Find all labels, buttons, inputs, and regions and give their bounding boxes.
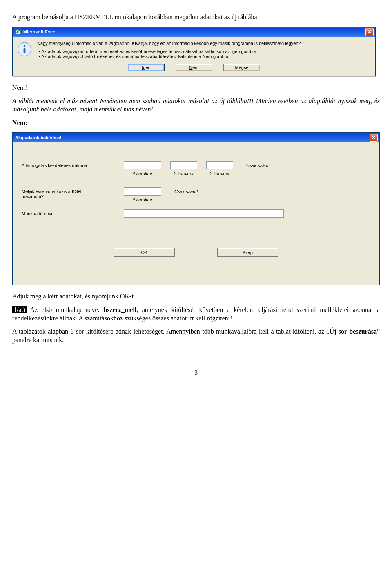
dialog2-titlebar: Alapadatok bekérése! [13, 133, 379, 142]
ksh-year-label: Melyik évre vonatkozik a KSH maximum? [22, 187, 124, 199]
yes-button[interactable]: Igen [128, 64, 165, 71]
dialog-bullet-yes: Az adatok vágólapon történő mentéséhez é… [39, 49, 371, 54]
dialog-question: Nagy mennyiségű információ van a vágólap… [37, 41, 371, 46]
paragraph-intro: A program bemásolja a HSZERMELL munkalap… [12, 13, 380, 22]
employer-name-label: Munkaadó neve [22, 209, 124, 216]
start-month-input[interactable] [170, 161, 197, 169]
paragraph-warning: A táblát mentsük el más néven! Ismételte… [12, 97, 380, 114]
page-number: 3 [12, 369, 380, 376]
dialog2-title: Alapadatok bekérése! [15, 135, 62, 140]
paragraph-ok-instruction: Adjuk meg a kért adatokat, és nyomjunk O… [12, 292, 380, 301]
start-day-input[interactable] [206, 161, 233, 169]
dialog-message: Nagy mennyiségű információ van a vágólap… [37, 41, 371, 59]
employer-name-input[interactable] [124, 209, 284, 218]
dialog-title: Microsoft Excel [23, 29, 56, 34]
section-badge-1a: 1/a.) [12, 306, 27, 313]
ok-button[interactable]: OK [114, 248, 175, 257]
excel-icon [15, 29, 21, 35]
start-date-label: A támogatás kezdetének dátuma [22, 161, 124, 168]
close-icon [368, 30, 372, 34]
close-icon [372, 136, 376, 140]
start-year-input[interactable] [124, 161, 161, 169]
alapadatok-dialog: Alapadatok bekérése! A támogatás kezdeté… [12, 132, 380, 285]
field-caption-2: 2 karakter [174, 171, 194, 176]
ksh-year-input[interactable] [124, 187, 161, 196]
field-caption-2b: 2 karakter [210, 171, 230, 176]
excel-clipboard-dialog: Microsoft Excel Nagy mennyiségű informác… [12, 27, 376, 76]
close-button[interactable] [365, 28, 374, 36]
numbers-only-hint: Csak szám! [246, 161, 270, 168]
info-icon [17, 42, 32, 57]
numbers-only-hint-2: Csak szám! [174, 187, 198, 194]
paragraph-rows: A táblázatok alapban 6 sor kitöltésére a… [12, 327, 380, 345]
svg-point-4 [24, 45, 26, 47]
paragraph-1a: 1/a.) Az első munkalap neve: hszerz_mell… [12, 306, 380, 323]
field-caption-4: 4 karakter [133, 171, 153, 176]
no-button[interactable]: Nem [176, 64, 212, 71]
dialog-titlebar: Microsoft Excel [13, 27, 375, 37]
close-button[interactable] [370, 134, 378, 142]
no-button-rest: em [192, 65, 198, 70]
paragraph-nem-excl: Nem! [12, 84, 380, 92]
paragraph-nem-label: Nem: [12, 119, 380, 127]
dialog-bullet-no: Az adatok vágólapról való törléséhez és … [39, 54, 371, 59]
field-caption-4b: 4 karakter [133, 197, 153, 202]
yes-button-rest: gen [143, 65, 150, 70]
exit-button[interactable]: Kilép [217, 248, 278, 257]
cancel-button[interactable]: Mégse [223, 64, 260, 71]
svg-rect-5 [24, 48, 26, 53]
